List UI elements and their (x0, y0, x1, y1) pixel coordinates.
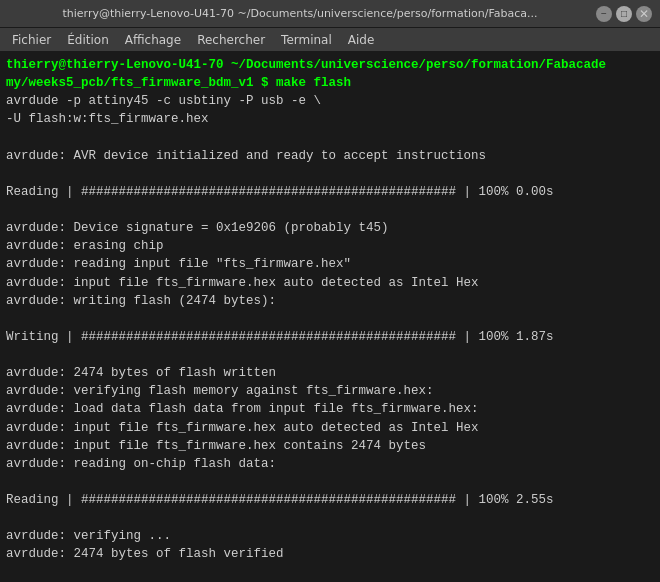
menu-item-aide[interactable]: Aide (340, 31, 383, 49)
terminal-line: -U flash:w:fts_firmware.hex (6, 110, 654, 128)
minimize-button[interactable]: − (596, 6, 612, 22)
terminal-blank-line (6, 165, 654, 183)
terminal-progress-line: Reading | ##############################… (6, 491, 654, 509)
menu-item-rechercher[interactable]: Rechercher (189, 31, 273, 49)
menu-item-terminal[interactable]: Terminal (273, 31, 340, 49)
menu-item-édition[interactable]: Édition (59, 31, 117, 49)
terminal-blank-line (6, 201, 654, 219)
terminal-prompt-line: thierry@thierry-Lenovo-U41-70 ~/Document… (6, 56, 654, 92)
terminal-line: avrdude: 2474 bytes of flash written (6, 364, 654, 382)
terminal-blank-line (6, 129, 654, 147)
close-button[interactable]: ✕ (636, 6, 652, 22)
terminal-line: avrdude: input file fts_firmware.hex aut… (6, 419, 654, 437)
terminal-line: avrdude -p attiny45 -c usbtiny -P usb -e… (6, 92, 654, 110)
terminal-line: avrdude: 2474 bytes of flash verified (6, 545, 654, 563)
window-buttons: − □ ✕ (592, 6, 652, 22)
title-text: thierry@thierry-Lenovo-U41-70 ~/Document… (8, 7, 592, 20)
terminal-blank-line (6, 346, 654, 364)
terminal-line: avrdude: input file fts_firmware.hex con… (6, 437, 654, 455)
terminal-line: avrdude: writing flash (2474 bytes): (6, 292, 654, 310)
terminal-blank-line (6, 564, 654, 582)
terminal-line: avrdude: verifying ... (6, 527, 654, 545)
terminal-line: avrdude: Device signature = 0x1e9206 (pr… (6, 219, 654, 237)
menu-item-affichage[interactable]: Affichage (117, 31, 189, 49)
terminal-blank-line (6, 310, 654, 328)
terminal-output[interactable]: thierry@thierry-Lenovo-U41-70 ~/Document… (0, 52, 660, 582)
terminal-line: avrdude: AVR device initialized and read… (6, 147, 654, 165)
menu-item-fichier[interactable]: Fichier (4, 31, 59, 49)
terminal-progress-line: Writing | ##############################… (6, 328, 654, 346)
terminal-line: avrdude: erasing chip (6, 237, 654, 255)
terminal-progress-line: Reading | ##############################… (6, 183, 654, 201)
terminal-line: avrdude: reading input file "fts_firmwar… (6, 255, 654, 273)
terminal-blank-line (6, 473, 654, 491)
terminal-line: avrdude: load data flash data from input… (6, 400, 654, 418)
terminal-blank-line (6, 509, 654, 527)
terminal-line: avrdude: verifying flash memory against … (6, 382, 654, 400)
menu-bar: FichierÉditionAffichageRechercherTermina… (0, 28, 660, 52)
terminal-line: avrdude: reading on-chip flash data: (6, 455, 654, 473)
terminal-line: avrdude: input file fts_firmware.hex aut… (6, 274, 654, 292)
title-bar: thierry@thierry-Lenovo-U41-70 ~/Document… (0, 0, 660, 28)
maximize-button[interactable]: □ (616, 6, 632, 22)
